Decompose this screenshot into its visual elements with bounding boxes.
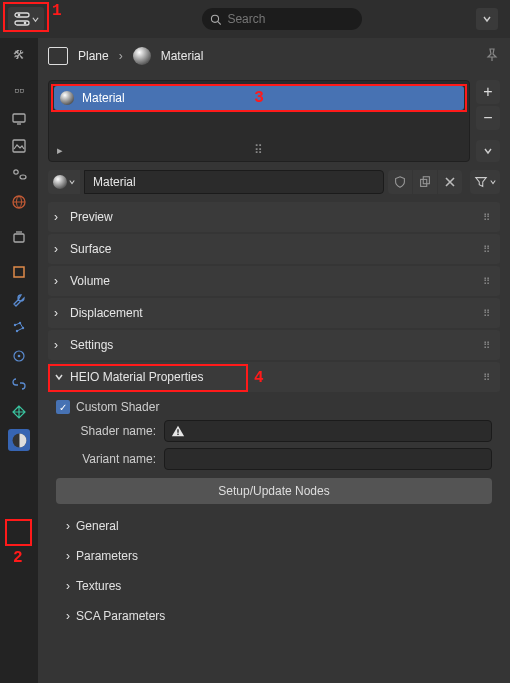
tab-scene[interactable] (8, 163, 30, 185)
tab-data[interactable] (8, 401, 30, 423)
svg-point-2 (17, 14, 20, 17)
svg-point-16 (22, 327, 24, 329)
svg-line-19 (20, 323, 23, 328)
setup-update-nodes-button[interactable]: Setup/Update Nodes (56, 478, 492, 504)
search-input-wrap[interactable] (202, 8, 362, 30)
chevron-right-icon: › (54, 306, 64, 320)
svg-point-4 (211, 15, 218, 22)
svg-point-22 (18, 355, 21, 358)
slot-menu-button[interactable] (476, 140, 500, 162)
subpanel-general-header[interactable]: › General (56, 514, 492, 538)
svg-rect-6 (13, 114, 25, 122)
options-dropdown-button[interactable] (476, 8, 498, 30)
slot-expand-toggle[interactable]: ▸ (57, 144, 63, 157)
svg-point-14 (14, 324, 16, 326)
custom-shader-label: Custom Shader (76, 400, 159, 414)
tab-world[interactable] (8, 191, 30, 213)
chevron-right-icon: › (66, 549, 70, 563)
tab-object[interactable] (8, 261, 30, 283)
output-icon (11, 110, 27, 126)
svg-point-15 (19, 322, 21, 324)
breadcrumb-object[interactable]: Plane (78, 49, 109, 63)
svg-point-17 (16, 330, 18, 332)
variant-name-label: Variant name: (56, 452, 156, 466)
tab-output[interactable] (8, 107, 30, 129)
constraints-icon (11, 376, 27, 392)
chevron-right-icon: › (66, 579, 70, 593)
sidebar-tabs: 🛠 ▫▫ (0, 38, 38, 683)
drag-grip-icon[interactable]: ⠿ (483, 212, 492, 223)
breadcrumb-material[interactable]: Material (161, 49, 204, 63)
custom-shader-checkbox[interactable]: ✓ (56, 400, 70, 414)
svg-rect-0 (15, 13, 29, 17)
chevron-right-icon: › (66, 519, 70, 533)
property-editor-type-button[interactable] (8, 7, 44, 31)
svg-point-21 (14, 351, 24, 361)
drag-grip-icon[interactable]: ⠿ (483, 308, 492, 319)
drag-grip-icon[interactable]: ⠿ (483, 276, 492, 287)
chevron-right-icon: › (66, 609, 70, 623)
subpanel-textures-header[interactable]: › Textures (56, 574, 492, 598)
fake-user-button[interactable] (388, 170, 412, 194)
drag-grip-icon[interactable]: ⠿ (483, 244, 492, 255)
duplicate-icon (418, 175, 432, 189)
material-slot-list[interactable]: Material ▸ ⠿ 3 (48, 80, 470, 162)
panel-displacement-header[interactable]: › Displacement ⠿ (48, 298, 500, 328)
object-icon (48, 47, 68, 65)
chevron-down-icon (490, 179, 496, 185)
physics-icon (11, 348, 27, 364)
chevron-down-icon (32, 16, 39, 23)
shader-name-label: Shader name: (56, 424, 156, 438)
pin-button[interactable] (484, 47, 500, 66)
node-filter-button[interactable] (470, 170, 500, 194)
tab-tool[interactable]: 🛠 (8, 44, 30, 66)
mesh-icon (11, 404, 27, 420)
tab-viewlayer[interactable] (8, 135, 30, 157)
annotation-label-1: 1 (52, 2, 62, 20)
tab-particles[interactable] (8, 317, 30, 339)
subpanel-parameters-header[interactable]: › Parameters (56, 544, 492, 568)
material-ball-icon (53, 175, 67, 189)
properties-icon (14, 11, 30, 27)
subpanel-sca-header[interactable]: › SCA Parameters (56, 604, 492, 628)
shader-name-input[interactable] (164, 420, 492, 442)
slot-add-button[interactable]: + (476, 80, 500, 104)
wrench-icon (11, 292, 27, 308)
material-browser-button[interactable] (48, 170, 80, 194)
material-slot-active[interactable]: Material (54, 86, 464, 110)
tab-physics[interactable] (8, 345, 30, 367)
panel-volume-header[interactable]: › Volume ⠿ (48, 266, 500, 296)
new-material-button[interactable] (413, 170, 437, 194)
object-icon (11, 264, 27, 280)
tab-material[interactable] (8, 429, 30, 451)
svg-point-10 (13, 196, 25, 208)
tab-constraints[interactable] (8, 373, 30, 395)
svg-line-18 (15, 323, 20, 325)
tab-render[interactable]: ▫▫ (8, 79, 30, 101)
drag-grip-icon[interactable]: ⠿ (254, 143, 265, 157)
material-name-input[interactable]: Material (84, 170, 384, 194)
drag-grip-icon[interactable]: ⠿ (483, 372, 492, 383)
svg-rect-8 (13, 140, 25, 152)
drag-grip-icon[interactable]: ⠿ (483, 340, 492, 351)
panel-preview-header[interactable]: › Preview ⠿ (48, 202, 500, 232)
panel-title: HEIO Material Properties (70, 370, 203, 384)
close-icon (444, 176, 456, 188)
unlink-material-button[interactable] (438, 170, 462, 194)
svg-line-5 (218, 21, 221, 24)
panel-heio-header[interactable]: HEIO Material Properties ⠿ (48, 362, 500, 392)
annotation-label-2: 2 (13, 549, 23, 567)
tab-modifiers[interactable] (8, 289, 30, 311)
chevron-right-icon: › (54, 210, 64, 224)
annotation-box-2 (5, 519, 32, 546)
panel-title: Settings (70, 338, 113, 352)
tab-collection[interactable] (8, 226, 30, 248)
chevron-down-icon (484, 147, 492, 155)
variant-name-input[interactable] (164, 448, 492, 470)
panel-title: Displacement (70, 306, 143, 320)
slot-remove-button[interactable]: − (476, 106, 500, 130)
panel-surface-header[interactable]: › Surface ⠿ (48, 234, 500, 264)
panel-settings-header[interactable]: › Settings ⠿ (48, 330, 500, 360)
chevron-down-icon (483, 15, 491, 23)
search-input[interactable] (227, 12, 354, 26)
